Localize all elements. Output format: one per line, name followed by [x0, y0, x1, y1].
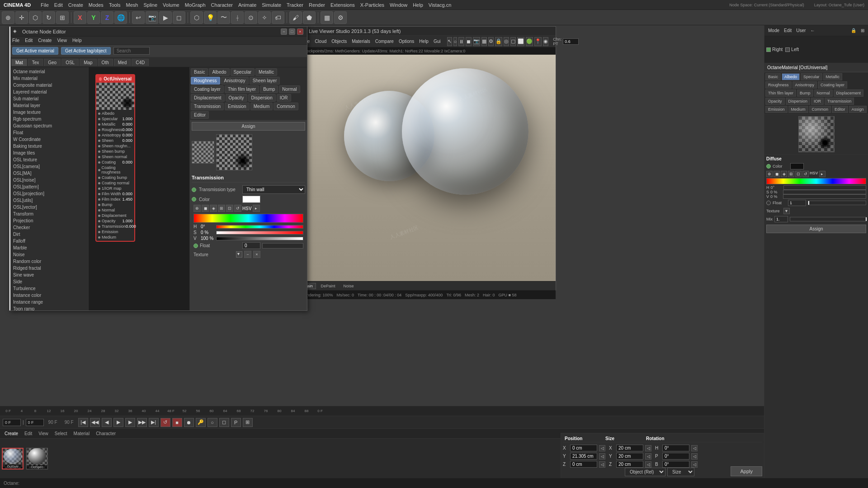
- mat-item-falloff[interactable]: Falloff: [9, 238, 88, 244]
- d-tool-3[interactable]: ◈: [781, 171, 787, 177]
- menu-mesh[interactable]: Mesh: [126, 2, 138, 8]
- maximize-button[interactable]: □: [289, 28, 295, 35]
- color-swatch-btn[interactable]: ◼: [202, 205, 209, 212]
- rp-btn-edit[interactable]: Edit: [782, 28, 793, 33]
- mat-item-osl-texture[interactable]: OSL texture: [9, 156, 88, 163]
- ne-menu-help[interactable]: Help: [72, 38, 82, 43]
- float-radio[interactable]: [193, 244, 198, 248]
- lv-preview-btn[interactable]: ◉: [543, 37, 548, 46]
- rp-float-input[interactable]: [788, 200, 806, 206]
- lv-restart-btn[interactable]: ⏹: [466, 37, 472, 46]
- rp-float-bar[interactable]: [808, 201, 866, 205]
- mat-item-osl-utils[interactable]: OSL[utils]: [9, 197, 88, 204]
- rmt-ior[interactable]: IOR: [811, 98, 824, 105]
- prop-tab-albedo[interactable]: Albedo: [209, 68, 229, 76]
- current-frame-field[interactable]: [3, 419, 21, 426]
- lv-channel-input[interactable]: [563, 38, 579, 45]
- menu-simulate[interactable]: Simulate: [262, 2, 281, 8]
- prop-tab-medium[interactable]: Medium: [250, 103, 273, 110]
- prop-tab-editor[interactable]: Editor: [191, 111, 209, 119]
- mat-item-instance-color[interactable]: Instance color: [9, 292, 88, 299]
- tab-tex[interactable]: Tex: [28, 59, 43, 66]
- transport-record-btn[interactable]: ⏺: [184, 418, 194, 427]
- close-button[interactable]: ×: [297, 28, 303, 35]
- mat-thumb-octuniv[interactable]: OctUniv: [2, 448, 24, 469]
- float-input[interactable]: [242, 242, 260, 249]
- bottom-tab-create[interactable]: Create: [3, 431, 20, 436]
- tab-mat[interactable]: Mat: [11, 59, 27, 66]
- mat-item-image-tiles[interactable]: Image tiles: [9, 150, 88, 156]
- rp-mix-input[interactable]: [774, 216, 788, 222]
- mat-item-transform[interactable]: Transform: [9, 211, 88, 217]
- prop-tab-common[interactable]: Common: [274, 103, 298, 110]
- menu-mograph[interactable]: MoGraph: [185, 2, 206, 8]
- mat-item-ridged-fractal[interactable]: Ridged fractal: [9, 265, 88, 272]
- color-more-btn[interactable]: ▸: [253, 205, 260, 212]
- transmission-color-swatch[interactable]: [242, 196, 260, 203]
- rmt-medium[interactable]: Medium: [788, 106, 808, 113]
- lv-region-btn[interactable]: ▢: [510, 37, 516, 46]
- mat-item-gaussian-spectrum[interactable]: Gaussian spectrum: [9, 122, 88, 129]
- menu-tools[interactable]: Tools: [109, 2, 121, 8]
- rp-btn-lock[interactable]: 🔒: [849, 28, 858, 33]
- rmt-normal[interactable]: Normal: [814, 89, 833, 97]
- menu-tracker[interactable]: Tracker: [287, 2, 303, 8]
- tag-btn[interactable]: 🏷: [272, 11, 284, 24]
- rp-btn-back[interactable]: ←: [808, 28, 816, 33]
- rot-h-input[interactable]: [662, 445, 689, 451]
- menu-help[interactable]: Help: [413, 2, 423, 8]
- transport-play-btn[interactable]: ▶: [113, 418, 123, 427]
- mat-item-checker[interactable]: Checker: [9, 224, 88, 231]
- fps-field[interactable]: [26, 419, 44, 426]
- x-axis-btn[interactable]: X: [74, 11, 86, 24]
- rmt-basic[interactable]: Basic: [765, 73, 781, 80]
- mat-item-octane-material[interactable]: Octane material: [9, 68, 88, 75]
- rmt-metallic[interactable]: Metallic: [823, 73, 843, 80]
- rmt-albedo[interactable]: Albedo: [782, 73, 800, 80]
- rot-h-link[interactable]: ◁: [691, 445, 698, 451]
- color-copy-btn[interactable]: ⊞: [218, 205, 225, 212]
- menu-window[interactable]: Window: [390, 2, 407, 8]
- mat-item-random-color[interactable]: Random color: [9, 258, 88, 265]
- minimize-button[interactable]: −: [281, 28, 287, 35]
- prop-tab-dispersion[interactable]: Dispersion: [248, 94, 276, 102]
- object-btn[interactable]: ◻: [173, 11, 185, 24]
- diffuse-color-radio[interactable]: [766, 164, 771, 169]
- node-graph-panel[interactable]: OctUniversal Albedo Specular 1.000 Metal…: [89, 67, 189, 310]
- transport-stop-btn[interactable]: ■: [172, 418, 182, 427]
- menu-modes[interactable]: Modes: [89, 2, 104, 8]
- transmission-color-radio[interactable]: [192, 197, 196, 202]
- rmt-specular[interactable]: Specular: [801, 73, 822, 80]
- select-tool-btn[interactable]: ⊕: [2, 11, 14, 24]
- prop-tab-thin-film[interactable]: Thin film layer: [225, 85, 259, 93]
- transport-fwd-btn[interactable]: ▶: [125, 418, 135, 427]
- rmt-emission[interactable]: Emission: [765, 106, 788, 113]
- mat-item-osl-projection[interactable]: OSL[projection]: [9, 190, 88, 197]
- mat-item-osl-noise[interactable]: OSL[noise]: [9, 177, 88, 183]
- prop-tab-opacity[interactable]: Opacity: [226, 94, 247, 102]
- lv-settings-btn[interactable]: ⚙: [488, 37, 494, 46]
- prop-tab-coating-layer[interactable]: Coating layer: [191, 85, 224, 93]
- sculpt-btn[interactable]: ⬟: [303, 11, 316, 24]
- transform-tool-btn[interactable]: ⊞: [56, 11, 69, 24]
- oct-universal-node[interactable]: OctUniversal Albedo Specular 1.000 Metal…: [95, 74, 135, 242]
- lv-pause-btn[interactable]: ⏸: [458, 37, 464, 46]
- light-btn[interactable]: 💡: [204, 11, 217, 24]
- prop-tab-metallic[interactable]: Metallic: [255, 68, 277, 76]
- size-z-link[interactable]: ◁: [645, 461, 651, 468]
- search-input[interactable]: [113, 47, 150, 55]
- rot-p-input[interactable]: [662, 453, 689, 460]
- lv-menu-compare[interactable]: Compare: [373, 39, 396, 44]
- rp-float-radio[interactable]: [766, 201, 771, 205]
- rmt-roughness[interactable]: Roughness: [765, 81, 792, 89]
- spline-btn[interactable]: 〜: [217, 11, 230, 24]
- pos-x-link[interactable]: ◁: [599, 445, 605, 451]
- transport-loop-btn[interactable]: ↺: [160, 418, 170, 427]
- lv-roi-btn[interactable]: ⬜: [517, 37, 524, 46]
- tab-med[interactable]: Med: [114, 59, 131, 66]
- get-active-tag-button[interactable]: Get Active tag/object: [61, 47, 111, 55]
- texture-dropdown-btn[interactable]: ▼: [236, 251, 242, 258]
- mat-thumb-octspec[interactable]: OctSpec: [26, 448, 48, 469]
- pos-x-input[interactable]: [570, 445, 597, 451]
- bottom-tab-select[interactable]: Select: [53, 431, 69, 436]
